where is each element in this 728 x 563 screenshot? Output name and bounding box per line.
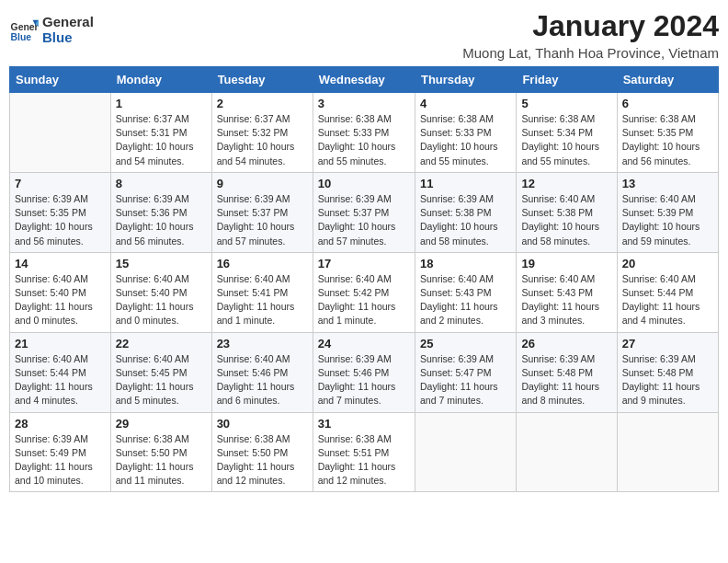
day-info: Sunrise: 6:40 AM Sunset: 5:43 PM Dayligh… (420, 272, 511, 328)
calendar-table: SundayMondayTuesdayWednesdayThursdayFrid… (9, 66, 719, 492)
weekday-header-tuesday: Tuesday (211, 67, 313, 93)
calendar-cell: 26Sunrise: 6:39 AM Sunset: 5:48 PM Dayli… (517, 332, 617, 412)
day-info: Sunrise: 6:39 AM Sunset: 5:37 PM Dayligh… (318, 192, 410, 248)
day-info: Sunrise: 6:38 AM Sunset: 5:33 PM Dayligh… (420, 112, 511, 168)
week-row-4: 21Sunrise: 6:40 AM Sunset: 5:44 PM Dayli… (10, 332, 719, 412)
day-number: 27 (622, 337, 713, 350)
day-number: 13 (622, 177, 713, 190)
day-info: Sunrise: 6:37 AM Sunset: 5:32 PM Dayligh… (217, 112, 308, 168)
day-number: 29 (116, 417, 207, 431)
day-number: 22 (116, 337, 207, 350)
calendar-cell: 3Sunrise: 6:38 AM Sunset: 5:33 PM Daylig… (313, 93, 415, 173)
day-number: 2 (217, 97, 308, 110)
logo: General Blue General Blue (9, 9, 94, 51)
week-row-5: 28Sunrise: 6:39 AM Sunset: 5:49 PM Dayli… (10, 412, 719, 492)
calendar-cell: 22Sunrise: 6:40 AM Sunset: 5:45 PM Dayli… (110, 332, 211, 412)
day-info: Sunrise: 6:40 AM Sunset: 5:46 PM Dayligh… (217, 352, 308, 408)
weekday-header-friday: Friday (517, 67, 617, 93)
day-info: Sunrise: 6:40 AM Sunset: 5:42 PM Dayligh… (318, 272, 410, 328)
weekday-header-thursday: Thursday (415, 67, 516, 93)
weekday-header-saturday: Saturday (617, 67, 718, 93)
day-number: 23 (217, 337, 308, 350)
calendar-cell: 12Sunrise: 6:40 AM Sunset: 5:38 PM Dayli… (517, 172, 617, 252)
title-area: January 2024 Muong Lat, Thanh Hoa Provin… (462, 9, 719, 61)
calendar-cell: 21Sunrise: 6:40 AM Sunset: 5:44 PM Dayli… (10, 332, 111, 412)
day-number: 1 (116, 97, 207, 110)
calendar-cell: 14Sunrise: 6:40 AM Sunset: 5:40 PM Dayli… (10, 252, 111, 332)
day-number: 7 (15, 177, 106, 190)
day-number: 25 (420, 337, 511, 350)
day-number: 9 (217, 177, 308, 190)
calendar-cell (617, 412, 718, 492)
calendar-cell: 31Sunrise: 6:38 AM Sunset: 5:51 PM Dayli… (313, 412, 415, 492)
day-info: Sunrise: 6:38 AM Sunset: 5:51 PM Dayligh… (318, 432, 410, 488)
calendar-cell: 10Sunrise: 6:39 AM Sunset: 5:37 PM Dayli… (313, 172, 415, 252)
svg-text:Blue: Blue (11, 32, 32, 42)
calendar-cell: 27Sunrise: 6:39 AM Sunset: 5:48 PM Dayli… (617, 332, 718, 412)
calendar-cell: 18Sunrise: 6:40 AM Sunset: 5:43 PM Dayli… (415, 252, 516, 332)
calendar-cell: 29Sunrise: 6:38 AM Sunset: 5:50 PM Dayli… (110, 412, 211, 492)
day-number: 17 (318, 257, 410, 270)
day-info: Sunrise: 6:40 AM Sunset: 5:44 PM Dayligh… (622, 272, 713, 328)
day-info: Sunrise: 6:40 AM Sunset: 5:43 PM Dayligh… (521, 272, 611, 328)
day-number: 6 (622, 97, 713, 110)
day-info: Sunrise: 6:38 AM Sunset: 5:34 PM Dayligh… (521, 112, 611, 168)
day-info: Sunrise: 6:39 AM Sunset: 5:46 PM Dayligh… (318, 352, 410, 408)
day-info: Sunrise: 6:39 AM Sunset: 5:48 PM Dayligh… (622, 352, 713, 408)
day-info: Sunrise: 6:40 AM Sunset: 5:38 PM Dayligh… (521, 192, 611, 248)
day-info: Sunrise: 6:40 AM Sunset: 5:41 PM Dayligh… (217, 272, 308, 328)
day-info: Sunrise: 6:39 AM Sunset: 5:48 PM Dayligh… (521, 352, 611, 408)
calendar-cell: 5Sunrise: 6:38 AM Sunset: 5:34 PM Daylig… (517, 93, 617, 173)
day-number: 12 (521, 177, 611, 190)
logo-icon: General Blue (9, 16, 39, 45)
day-info: Sunrise: 6:37 AM Sunset: 5:31 PM Dayligh… (116, 112, 207, 168)
week-row-1: 1Sunrise: 6:37 AM Sunset: 5:31 PM Daylig… (10, 93, 719, 173)
calendar-cell (517, 412, 617, 492)
week-row-3: 14Sunrise: 6:40 AM Sunset: 5:40 PM Dayli… (10, 252, 719, 332)
calendar-cell: 11Sunrise: 6:39 AM Sunset: 5:38 PM Dayli… (415, 172, 516, 252)
calendar-cell: 24Sunrise: 6:39 AM Sunset: 5:46 PM Dayli… (313, 332, 415, 412)
day-info: Sunrise: 6:38 AM Sunset: 5:50 PM Dayligh… (217, 432, 308, 488)
calendar-cell: 17Sunrise: 6:40 AM Sunset: 5:42 PM Dayli… (313, 252, 415, 332)
day-info: Sunrise: 6:39 AM Sunset: 5:49 PM Dayligh… (15, 432, 106, 488)
day-info: Sunrise: 6:39 AM Sunset: 5:37 PM Dayligh… (217, 192, 308, 248)
page-header: General Blue General Blue January 2024 M… (9, 9, 719, 61)
day-number: 19 (521, 257, 611, 270)
calendar-cell: 1Sunrise: 6:37 AM Sunset: 5:31 PM Daylig… (110, 93, 211, 173)
day-number: 21 (15, 337, 106, 350)
weekday-header-wednesday: Wednesday (313, 67, 415, 93)
calendar-cell: 20Sunrise: 6:40 AM Sunset: 5:44 PM Dayli… (617, 252, 718, 332)
day-number: 5 (521, 97, 611, 110)
calendar-cell: 25Sunrise: 6:39 AM Sunset: 5:47 PM Dayli… (415, 332, 516, 412)
weekday-header-sunday: Sunday (10, 67, 111, 93)
day-number: 20 (622, 257, 713, 270)
day-info: Sunrise: 6:40 AM Sunset: 5:40 PM Dayligh… (116, 272, 207, 328)
day-info: Sunrise: 6:39 AM Sunset: 5:36 PM Dayligh… (116, 192, 207, 248)
day-info: Sunrise: 6:38 AM Sunset: 5:35 PM Dayligh… (622, 112, 713, 168)
calendar-cell: 13Sunrise: 6:40 AM Sunset: 5:39 PM Dayli… (617, 172, 718, 252)
logo-general-text: General (42, 15, 94, 30)
month-title: January 2024 (462, 9, 719, 43)
day-number: 10 (318, 177, 410, 190)
weekday-header-row: SundayMondayTuesdayWednesdayThursdayFrid… (10, 67, 719, 93)
day-info: Sunrise: 6:39 AM Sunset: 5:35 PM Dayligh… (15, 192, 106, 248)
calendar-cell: 4Sunrise: 6:38 AM Sunset: 5:33 PM Daylig… (415, 93, 516, 173)
day-info: Sunrise: 6:39 AM Sunset: 5:38 PM Dayligh… (420, 192, 511, 248)
calendar-cell: 28Sunrise: 6:39 AM Sunset: 5:49 PM Dayli… (10, 412, 111, 492)
day-number: 4 (420, 97, 511, 110)
day-info: Sunrise: 6:40 AM Sunset: 5:45 PM Dayligh… (116, 352, 207, 408)
calendar-cell: 23Sunrise: 6:40 AM Sunset: 5:46 PM Dayli… (211, 332, 313, 412)
day-number: 16 (217, 257, 308, 270)
svg-text:General: General (11, 22, 39, 32)
calendar-cell: 19Sunrise: 6:40 AM Sunset: 5:43 PM Dayli… (517, 252, 617, 332)
location-subtitle: Muong Lat, Thanh Hoa Province, Vietnam (462, 45, 719, 61)
day-number: 11 (420, 177, 511, 190)
calendar-cell: 16Sunrise: 6:40 AM Sunset: 5:41 PM Dayli… (211, 252, 313, 332)
calendar-cell: 9Sunrise: 6:39 AM Sunset: 5:37 PM Daylig… (211, 172, 313, 252)
day-number: 8 (116, 177, 207, 190)
day-number: 15 (116, 257, 207, 270)
calendar-cell: 6Sunrise: 6:38 AM Sunset: 5:35 PM Daylig… (617, 93, 718, 173)
calendar-cell (10, 93, 111, 173)
calendar-cell: 7Sunrise: 6:39 AM Sunset: 5:35 PM Daylig… (10, 172, 111, 252)
day-number: 14 (15, 257, 106, 270)
